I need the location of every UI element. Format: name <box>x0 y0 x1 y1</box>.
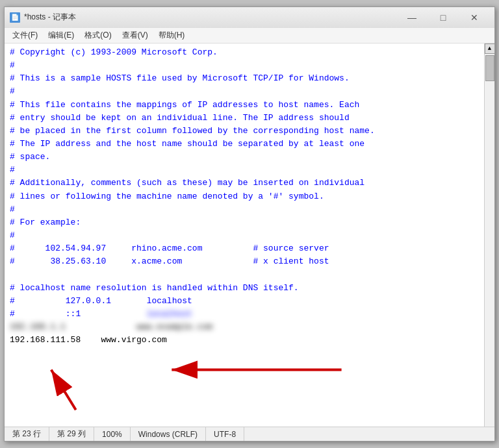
menu-format[interactable]: 格式(O) <box>79 29 116 42</box>
menu-edit[interactable]: 编辑(E) <box>43 29 79 42</box>
minimize-button[interactable]: — <box>397 10 427 25</box>
scroll-thumb[interactable] <box>485 55 494 81</box>
editor-content: # Copyright (c) 1993-2009 Microsoft Corp… <box>10 46 479 347</box>
vertical-scrollbar[interactable]: ▲ <box>484 44 494 427</box>
status-zoom: 100% <box>94 427 131 441</box>
title-bar: 📄 *hosts - 记事本 — □ ✕ <box>5 7 494 28</box>
status-bar: 第 23 行 第 29 列 100% Windows (CRLF) UTF-8 <box>5 427 494 441</box>
status-line-ending: Windows (CRLF) <box>131 427 206 441</box>
close-button[interactable]: ✕ <box>459 10 489 25</box>
maximize-button[interactable]: □ <box>428 10 458 25</box>
status-encoding: UTF-8 <box>206 427 244 441</box>
status-line: 第 23 行 <box>10 427 49 441</box>
content-area: # Copyright (c) 1993-2009 Microsoft Corp… <box>5 44 494 427</box>
status-col: 第 29 列 <box>49 427 94 441</box>
text-editor[interactable]: # Copyright (c) 1993-2009 Microsoft Corp… <box>5 44 484 427</box>
menu-view[interactable]: 查看(V) <box>117 29 153 42</box>
window-controls: — □ ✕ <box>397 10 489 25</box>
svg-line-2 <box>51 369 76 410</box>
window-title: *hosts - 记事本 <box>24 12 76 23</box>
menu-help[interactable]: 帮助(H) <box>153 29 190 42</box>
notepad-window: 📄 *hosts - 记事本 — □ ✕ 文件(F) 编辑(E) 格式(O) 查… <box>4 6 495 442</box>
menu-file[interactable]: 文件(F) <box>7 29 43 42</box>
app-icon: 📄 <box>10 12 20 23</box>
title-bar-left: 📄 *hosts - 记事本 <box>10 12 76 23</box>
menu-bar: 文件(F) 编辑(E) 格式(O) 查看(V) 帮助(H) <box>5 28 494 44</box>
scroll-up-button[interactable]: ▲ <box>485 44 495 54</box>
